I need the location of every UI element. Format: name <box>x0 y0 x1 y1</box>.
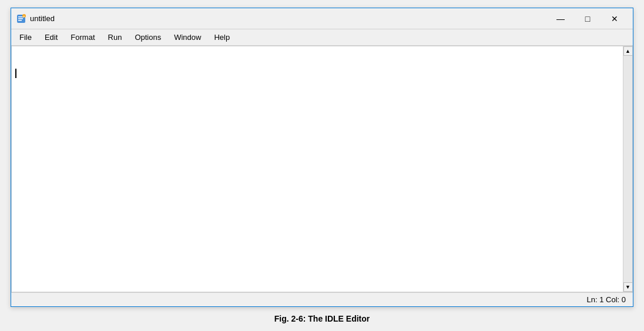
minimize-button[interactable]: — <box>547 9 574 28</box>
scrollbar-vertical[interactable]: ▲ ▼ <box>623 46 632 292</box>
svg-rect-2 <box>18 18 23 19</box>
status-text: Ln: 1 Col: 0 <box>587 295 626 304</box>
menu-format[interactable]: Format <box>65 31 100 44</box>
menu-help[interactable]: Help <box>208 31 236 44</box>
close-button[interactable]: ✕ <box>601 9 628 28</box>
window-wrapper: P untitled — □ ✕ File Edit Format Run Op… <box>11 8 633 323</box>
menu-edit[interactable]: Edit <box>39 31 63 44</box>
cursor-line <box>15 67 619 78</box>
figure-caption: Fig. 2-6: The IDLE Editor <box>274 314 370 323</box>
menu-bar: File Edit Format Run Options Window Help <box>11 29 633 46</box>
scrollbar-track[interactable] <box>623 56 632 282</box>
status-bar: Ln: 1 Col: 0 <box>11 292 633 306</box>
svg-text:P: P <box>24 15 25 18</box>
menu-window[interactable]: Window <box>168 31 207 44</box>
menu-run[interactable]: Run <box>102 31 128 44</box>
editor-content[interactable] <box>12 46 623 292</box>
scroll-up-button[interactable]: ▲ <box>623 46 633 56</box>
text-cursor <box>15 69 16 78</box>
menu-file[interactable]: File <box>14 31 38 44</box>
window-title: untitled <box>30 14 547 23</box>
app-icon: P <box>16 13 26 24</box>
menu-options[interactable]: Options <box>129 31 167 44</box>
scroll-down-button[interactable]: ▼ <box>623 282 633 292</box>
editor-area[interactable]: ▲ ▼ <box>11 46 633 292</box>
title-bar: P untitled — □ ✕ <box>11 8 633 29</box>
title-bar-controls: — □ ✕ <box>547 9 628 28</box>
svg-rect-3 <box>18 20 22 21</box>
idle-editor-window: P untitled — □ ✕ File Edit Format Run Op… <box>11 8 633 307</box>
maximize-button[interactable]: □ <box>574 9 601 28</box>
